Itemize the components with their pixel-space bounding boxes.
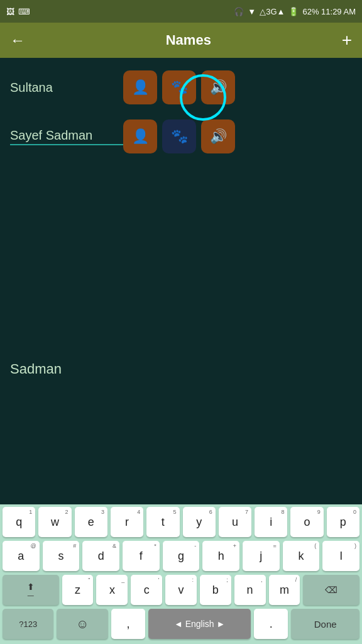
backspace-key[interactable]: ⌫ (303, 575, 359, 605)
key-j[interactable]: =j (243, 541, 280, 571)
app-title: Names (35, 32, 342, 48)
sultana-row: Sultana 👤 🐾 🔊 (10, 68, 352, 107)
signal-icon: △3G▲ (260, 7, 285, 16)
headphone-icon: 🎧 (234, 7, 244, 16)
keyboard-icon: ⌨ (18, 7, 30, 16)
add-button[interactable]: + (342, 30, 352, 50)
wifi-icon: ▼ (248, 7, 256, 16)
status-bar: 🖼 ⌨ 🎧 ▼ △3G▲ 🔋 62% 11:29 AM (0, 0, 362, 23)
sultana-moon-icon[interactable]: 🐾 (162, 70, 196, 104)
sultana-actions: 👤 🐾 🔊 (123, 70, 235, 104)
sayef-actions: 👤 🐾 🔊 (123, 119, 235, 153)
key-d[interactable]: &d (82, 541, 119, 571)
keyboard-bottom-row: ?123 ☺ , ◄ English ► . Done (0, 606, 362, 644)
key-c[interactable]: 'c (131, 575, 162, 605)
sayef-moon-icon[interactable]: 🐾 (162, 119, 196, 153)
sayef-sound-icon[interactable]: 🔊 (201, 119, 235, 153)
key-w[interactable]: 2w (38, 507, 71, 537)
key-q[interactable]: 1q (3, 507, 35, 537)
shift-key[interactable]: ⬆— (3, 575, 59, 605)
sayef-row: Sayef Sadman 👤 🐾 🔊 (10, 117, 352, 156)
key-o[interactable]: 9o (290, 507, 323, 537)
keyboard-row-3: ⬆— "z _x 'c :v ;b ,n /m ⌫ (0, 572, 362, 606)
screen-icon: 🖼 (6, 7, 14, 16)
emoji-key[interactable]: ☺ (57, 609, 107, 639)
app-bar: ← Names + (0, 23, 362, 58)
content-area: Sultana 👤 🐾 🔊 Sayef Sadman 👤 🐾 🔊 (0, 58, 362, 176)
key-e[interactable]: 3e (75, 507, 107, 537)
key-i[interactable]: 8i (255, 507, 287, 537)
status-right-info: 🎧 ▼ △3G▲ 🔋 62% 11:29 AM (234, 7, 356, 16)
language-key[interactable]: ◄ English ► (148, 609, 251, 639)
key-r[interactable]: 4r (111, 507, 143, 537)
suggestion-bar: Sadman (0, 355, 362, 384)
key-g[interactable]: -g (163, 541, 200, 571)
key-y[interactable]: 6y (183, 507, 216, 537)
done-key[interactable]: Done (291, 609, 359, 639)
battery-percent: 62% 11:29 AM (302, 7, 356, 16)
sultana-contact-icon[interactable]: 👤 (123, 70, 157, 104)
key-a[interactable]: @a (3, 541, 40, 571)
key-m[interactable]: /m (269, 575, 300, 605)
sayef-name: Sayef Sadman (10, 128, 123, 145)
key-f[interactable]: *f (123, 541, 160, 571)
key-t[interactable]: 5t (146, 507, 179, 537)
key-b[interactable]: ;b (200, 575, 231, 605)
back-button[interactable]: ← (10, 31, 25, 49)
suggestion-word[interactable]: Sadman (10, 361, 62, 377)
key-k[interactable]: (k (283, 541, 320, 571)
sultana-sound-icon[interactable]: 🔊 (201, 70, 235, 104)
key-p[interactable]: 0p (327, 507, 359, 537)
keyboard-row-1: 1q 2w 3e 4r 5t 6y 7u 8i 9o 0p (0, 504, 362, 538)
status-left-icons: 🖼 ⌨ (6, 7, 30, 16)
symbols-key[interactable]: ?123 (3, 609, 53, 639)
key-h[interactable]: +h (202, 541, 239, 571)
battery-icon: 🔋 (288, 7, 299, 16)
key-u[interactable]: 7u (219, 507, 251, 537)
sultana-name: Sultana (10, 80, 123, 95)
keyboard: 1q 2w 3e 4r 5t 6y 7u 8i 9o 0p @a #s &d *… (0, 504, 362, 644)
period-key[interactable]: . (254, 609, 288, 639)
key-x[interactable]: _x (96, 575, 128, 605)
comma-key[interactable]: , (111, 609, 145, 639)
key-z[interactable]: "z (62, 575, 94, 605)
sayef-contact-icon[interactable]: 👤 (123, 119, 157, 153)
key-n[interactable]: ,n (234, 575, 266, 605)
key-l[interactable]: )l (322, 541, 359, 571)
key-v[interactable]: :v (165, 575, 197, 605)
keyboard-row-2: @a #s &d *f -g +h =j (k )l (0, 538, 362, 572)
key-s[interactable]: #s (43, 541, 80, 571)
